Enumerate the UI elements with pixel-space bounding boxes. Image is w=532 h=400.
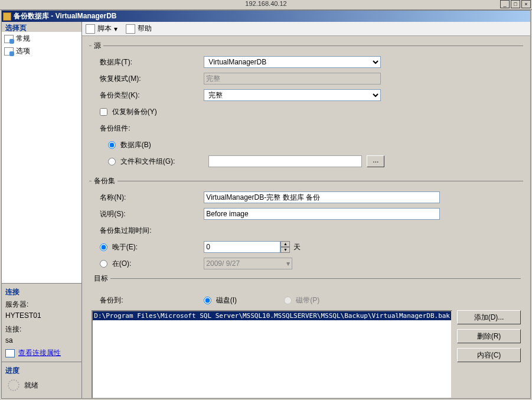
titlebar: 备份数据库 - VirtualManagerDB xyxy=(2,11,530,22)
disk-radio[interactable] xyxy=(204,297,211,304)
help-icon xyxy=(126,24,135,34)
script-button[interactable]: 脚本 xyxy=(97,24,112,34)
page-icon xyxy=(4,35,14,43)
destination-path-selected[interactable]: D:\Program Files\Microsoft SQL Server\MS… xyxy=(93,311,451,320)
progress-status: 就绪 xyxy=(24,381,38,391)
page-label: 常规 xyxy=(16,34,30,44)
progress-panel: 进度 就绪 xyxy=(2,362,81,398)
window-title: 备份数据库 - VirtualManagerDB xyxy=(14,11,116,21)
expire-on-date: 2009/ 9/27 ▾ xyxy=(204,258,292,269)
filegroup-input xyxy=(208,155,362,167)
backupset-legend: 备份集 xyxy=(92,176,118,186)
backupset-desc-input[interactable] xyxy=(204,208,440,220)
component-label: 备份组件: xyxy=(92,123,204,134)
connection-panel: 连接 服务器: HYTEST01 连接: sa 查看连接属性 xyxy=(2,283,81,362)
page-list: 常规选项 xyxy=(2,32,81,283)
database-icon xyxy=(3,12,11,21)
toolbar: 脚本 ▾ 帮助 xyxy=(82,22,530,36)
expire-on-radio-label[interactable]: 在(O): xyxy=(100,259,131,268)
expire-after-radio[interactable] xyxy=(100,243,107,251)
filegroup-browse-button[interactable]: ... xyxy=(367,155,384,167)
spin-up-icon[interactable]: ▲ xyxy=(280,241,290,247)
spinner-icon xyxy=(8,379,19,391)
component-database-radio[interactable] xyxy=(108,141,116,149)
backup-to-label: 备份到: xyxy=(92,295,204,305)
database-select[interactable]: VirtualManagerDB xyxy=(204,56,381,68)
name-label: 名称(N): xyxy=(92,193,204,203)
destination-group: 目标 备份到: 磁盘(I) 磁带(P) xyxy=(89,278,523,398)
page-item-1[interactable]: 选项 xyxy=(2,45,81,57)
days-unit: 天 xyxy=(293,242,301,252)
expire-after-days-input[interactable] xyxy=(204,241,280,253)
recovery-mode-readonly: 完整 xyxy=(204,73,381,84)
spin-down-icon[interactable]: ▼ xyxy=(280,247,290,253)
close-icon[interactable]: × xyxy=(521,0,531,8)
source-legend: 源 xyxy=(92,41,103,51)
component-database-radio-label[interactable]: 数据库(B) xyxy=(108,140,151,150)
destination-list[interactable]: D:\Program Files\Microsoft SQL Server\MS… xyxy=(92,310,452,398)
calendar-dropdown-icon: ▾ xyxy=(286,259,290,268)
add-button[interactable]: 添加(D)... xyxy=(457,310,521,324)
connection-header: 连接 xyxy=(5,287,78,297)
select-page-header: 选择页 xyxy=(2,22,81,32)
properties-icon xyxy=(5,349,15,357)
help-button[interactable]: 帮助 xyxy=(138,24,152,34)
expire-on-radio[interactable] xyxy=(100,260,107,268)
recovery-label: 恢复模式(M): xyxy=(92,74,204,84)
contents-button[interactable]: 内容(C) xyxy=(457,348,521,362)
copy-only-checkbox-label[interactable]: 仅复制备份(Y) xyxy=(100,108,156,116)
backupset-group: 备份集 名称(N): 说明(S): 备份集过期时间: xyxy=(89,176,523,275)
parent-window-remnant: 192.168.40.12 _ □ × xyxy=(0,0,532,10)
parent-window-buttons: _ □ × xyxy=(500,0,531,8)
component-filegroup-radio-label[interactable]: 文件和文件组(G): xyxy=(108,157,204,167)
database-label: 数据库(T): xyxy=(92,57,204,67)
backup-dialog: 备份数据库 - VirtualManagerDB 选择页 常规选项 连接 服务器… xyxy=(1,10,531,399)
server-label: 服务器: xyxy=(5,300,78,310)
left-pane: 选择页 常规选项 连接 服务器: HYTEST01 连接: sa 查看连接属性 … xyxy=(2,22,82,398)
right-pane: 脚本 ▾ 帮助 源 数据库(T): VirtualManagerDB xyxy=(82,22,530,398)
page-label: 选项 xyxy=(16,46,30,56)
backupset-name-input[interactable] xyxy=(204,191,440,203)
script-icon xyxy=(86,24,95,34)
disk-radio-label[interactable]: 磁盘(I) xyxy=(204,295,237,305)
component-filegroup-radio[interactable] xyxy=(108,158,116,165)
minimize-icon[interactable]: _ xyxy=(500,0,510,8)
remove-button[interactable]: 删除(R) xyxy=(457,329,521,343)
page-item-0[interactable]: 常规 xyxy=(2,32,81,45)
backup-type-select[interactable]: 完整 xyxy=(204,89,381,101)
ip-address: 192.168.40.12 xyxy=(245,0,286,7)
copy-only-checkbox[interactable] xyxy=(100,108,107,116)
server-value: HYTEST01 xyxy=(5,311,78,320)
page-icon xyxy=(4,47,14,56)
progress-header: 进度 xyxy=(5,366,78,376)
backup-type-label: 备份类型(K): xyxy=(92,90,204,100)
desc-label: 说明(S): xyxy=(92,209,204,219)
tape-radio-label: 磁带(P) xyxy=(284,295,319,305)
view-connection-properties-link[interactable]: 查看连接属性 xyxy=(18,348,61,358)
expire-after-radio-label[interactable]: 晚于(E): xyxy=(100,243,138,251)
tape-radio xyxy=(284,297,292,304)
conn-label: 连接: xyxy=(5,324,78,334)
expire-label: 备份集过期时间: xyxy=(92,226,204,236)
form-content: 源 数据库(T): VirtualManagerDB 恢复模式(M): 完整 xyxy=(82,36,530,398)
maximize-icon[interactable]: □ xyxy=(511,0,520,8)
dest-legend: 目标 xyxy=(92,274,110,282)
conn-value: sa xyxy=(5,336,78,344)
source-group: 源 数据库(T): VirtualManagerDB 恢复模式(M): 完整 xyxy=(89,41,523,173)
dropdown-arrow-icon[interactable]: ▾ xyxy=(114,25,118,33)
